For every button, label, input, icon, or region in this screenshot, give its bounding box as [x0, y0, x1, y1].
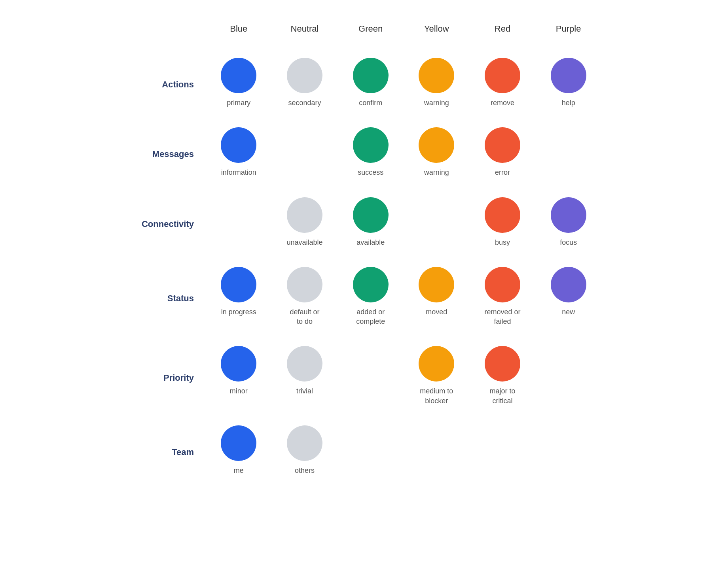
circle-actions-blue — [221, 58, 256, 93]
label-actions-yellow: warning — [424, 98, 449, 108]
circle-priority-yellow — [419, 346, 454, 382]
label-messages-blue: information — [221, 168, 256, 177]
circle-connectivity-neutral — [287, 197, 322, 233]
cell-status-yellow: moved — [404, 259, 470, 338]
label-messages-yellow: warning — [424, 168, 449, 177]
header-red: Red — [470, 16, 536, 50]
cell-team-blue: me — [206, 417, 272, 487]
header-blue: Blue — [206, 16, 272, 50]
cell-team-neutral: others — [272, 417, 338, 487]
label-actions-neutral: secondary — [288, 98, 321, 108]
circle-status-red — [485, 267, 520, 302]
circle-team-blue — [221, 425, 256, 461]
label-connectivity-purple: focus — [560, 238, 577, 247]
cell-priority-red: major tocritical — [470, 338, 536, 417]
label-messages-red: error — [495, 168, 510, 177]
circle-status-green — [353, 267, 389, 302]
circle-status-blue — [221, 267, 256, 302]
cell-messages-red: error — [470, 119, 536, 189]
cell-priority-neutral: trivial — [272, 338, 338, 417]
label-team-blue: me — [234, 466, 244, 475]
label-status-purple: new — [562, 307, 575, 317]
row-label-messages: Messages — [127, 119, 206, 189]
label-status-yellow: moved — [426, 307, 447, 317]
circle-actions-neutral — [287, 58, 322, 93]
circle-actions-red — [485, 58, 520, 93]
cell-messages-green: success — [337, 119, 404, 189]
header-neutral: Neutral — [272, 16, 338, 50]
row-label-actions: Actions — [127, 50, 206, 119]
label-status-neutral: default orto do — [290, 307, 319, 327]
circle-actions-yellow — [419, 58, 454, 93]
circle-actions-purple — [551, 58, 586, 93]
label-priority-red: major tocritical — [489, 386, 515, 406]
cell-status-red: removed orfailed — [470, 259, 536, 338]
label-connectivity-neutral: unavailable — [286, 238, 322, 247]
label-status-red: removed orfailed — [484, 307, 520, 327]
label-connectivity-red: busy — [495, 238, 510, 247]
cell-actions-blue: primary — [206, 50, 272, 119]
cell-status-purple: new — [535, 259, 601, 338]
label-actions-purple: help — [562, 98, 575, 108]
cell-actions-purple: help — [535, 50, 601, 119]
circle-connectivity-red — [485, 197, 520, 233]
cell-connectivity-purple: focus — [535, 189, 601, 259]
circle-actions-green — [353, 58, 389, 93]
label-actions-red: remove — [491, 98, 514, 108]
label-priority-yellow: medium toblocker — [420, 386, 453, 406]
grid: BlueNeutralGreenYellowRedPurpleActionspr… — [127, 16, 601, 487]
header-purple: Purple — [535, 16, 601, 50]
circle-connectivity-purple — [551, 197, 586, 233]
header-yellow: Yellow — [404, 16, 470, 50]
cell-messages-blue: information — [206, 119, 272, 189]
row-label-connectivity: Connectivity — [127, 189, 206, 259]
cell-priority-blue: minor — [206, 338, 272, 417]
circle-team-neutral — [287, 425, 322, 461]
cell-status-neutral: default orto do — [272, 259, 338, 338]
cell-actions-red: remove — [470, 50, 536, 119]
label-messages-green: success — [358, 168, 383, 177]
circle-messages-red — [485, 127, 520, 163]
color-matrix-table: BlueNeutralGreenYellowRedPurpleActionspr… — [127, 16, 601, 487]
circle-messages-green — [353, 127, 389, 163]
label-connectivity-green: available — [356, 238, 385, 247]
label-actions-green: confirm — [359, 98, 382, 108]
cell-actions-yellow: warning — [404, 50, 470, 119]
cell-status-blue: in progress — [206, 259, 272, 338]
row-label-status: Status — [127, 259, 206, 338]
header-empty — [127, 16, 206, 50]
label-priority-neutral: trivial — [296, 386, 313, 396]
label-status-blue: in progress — [221, 307, 256, 317]
circle-status-neutral — [287, 267, 322, 302]
circle-messages-yellow — [419, 127, 454, 163]
circle-connectivity-green — [353, 197, 389, 233]
cell-actions-green: confirm — [337, 50, 404, 119]
circle-status-purple — [551, 267, 586, 302]
label-status-green: added orcomplete — [356, 307, 385, 327]
cell-messages-yellow: warning — [404, 119, 470, 189]
label-actions-blue: primary — [227, 98, 250, 108]
row-label-priority: Priority — [127, 338, 206, 417]
circle-messages-blue — [221, 127, 256, 163]
circle-priority-neutral — [287, 346, 322, 382]
label-team-neutral: others — [295, 466, 315, 475]
cell-connectivity-red: busy — [470, 189, 536, 259]
row-label-team: Team — [127, 417, 206, 487]
circle-priority-blue — [221, 346, 256, 382]
cell-connectivity-green: available — [337, 189, 404, 259]
cell-actions-neutral: secondary — [272, 50, 338, 119]
label-priority-blue: minor — [230, 386, 248, 396]
cell-status-green: added orcomplete — [337, 259, 404, 338]
circle-priority-red — [485, 346, 520, 382]
header-green: Green — [337, 16, 404, 50]
circle-status-yellow — [419, 267, 454, 302]
cell-priority-yellow: medium toblocker — [404, 338, 470, 417]
cell-connectivity-neutral: unavailable — [272, 189, 338, 259]
